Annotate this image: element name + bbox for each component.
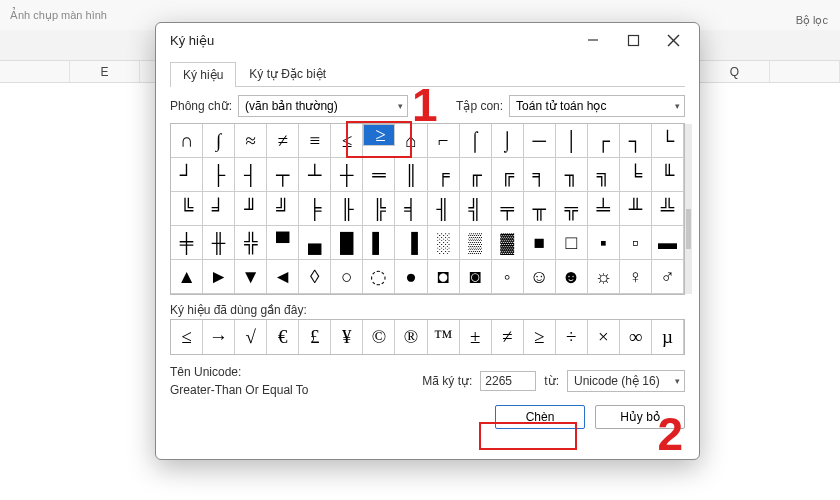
symbol-cell[interactable]: ► — [203, 260, 235, 294]
symbol-cell[interactable]: ├ — [203, 158, 235, 192]
grid-scrollbar[interactable] — [685, 124, 692, 294]
symbol-cell[interactable]: ☼ — [588, 260, 620, 294]
close-button[interactable] — [653, 26, 693, 54]
symbol-cell[interactable]: ╥ — [524, 192, 556, 226]
symbol-cell[interactable]: ╘ — [620, 158, 652, 192]
symbol-cell[interactable]: ▫ — [620, 226, 652, 260]
recent-symbol-cell[interactable]: ® — [395, 320, 427, 354]
symbol-cell[interactable]: ■ — [524, 226, 556, 260]
symbol-cell[interactable]: ╟ — [331, 192, 363, 226]
symbol-cell[interactable]: ╨ — [620, 192, 652, 226]
symbol-cell[interactable]: ╦ — [556, 192, 588, 226]
symbol-cell[interactable]: ╠ — [363, 192, 395, 226]
symbol-cell[interactable]: ⌐ — [428, 124, 460, 158]
symbol-cell[interactable]: ╚ — [171, 192, 203, 226]
recent-symbol-cell[interactable]: ± — [460, 320, 492, 354]
recent-symbol-cell[interactable]: → — [203, 320, 235, 354]
symbol-cell[interactable]: □ — [556, 226, 588, 260]
recent-symbol-cell[interactable]: ™ — [428, 320, 460, 354]
symbol-cell[interactable]: ◊ — [299, 260, 331, 294]
symbol-cell[interactable]: ▀ — [267, 226, 299, 260]
symbol-cell[interactable]: ╛ — [203, 192, 235, 226]
cancel-button[interactable]: Hủy bỏ — [595, 405, 685, 429]
font-select[interactable]: (văn bản thường) ▾ — [238, 95, 408, 117]
symbol-cell[interactable]: ○ — [331, 260, 363, 294]
symbol-cell[interactable]: ╜ — [235, 192, 267, 226]
symbol-cell[interactable]: ▒ — [460, 226, 492, 260]
symbol-cell[interactable]: ┐ — [620, 124, 652, 158]
symbol-cell[interactable]: ≈ — [235, 124, 267, 158]
symbol-cell[interactable]: ≥ — [363, 124, 395, 146]
symbol-cell[interactable]: ⌠ — [460, 124, 492, 158]
recent-symbol-cell[interactable]: ≥ — [524, 320, 556, 354]
tab-symbols[interactable]: Ký hiệu — [170, 62, 236, 87]
recent-symbol-cell[interactable]: µ — [652, 320, 684, 354]
symbol-cell[interactable]: ╙ — [652, 158, 684, 192]
recent-symbol-cell[interactable]: ≤ — [171, 320, 203, 354]
symbol-cell[interactable]: ▄ — [299, 226, 331, 260]
symbol-cell[interactable]: ╬ — [235, 226, 267, 260]
column-header[interactable]: E — [70, 61, 140, 82]
symbol-cell[interactable]: ╣ — [460, 192, 492, 226]
symbol-cell[interactable]: ≠ — [267, 124, 299, 158]
symbol-cell[interactable]: ▓ — [492, 226, 524, 260]
screenshot-btn[interactable]: Ảnh chụp màn hình — [10, 9, 107, 22]
symbol-cell[interactable]: ╗ — [588, 158, 620, 192]
symbol-cell[interactable]: ╔ — [492, 158, 524, 192]
symbol-cell[interactable]: ░ — [428, 226, 460, 260]
symbol-cell[interactable]: ◌ — [363, 260, 395, 294]
symbol-cell[interactable]: ╖ — [556, 158, 588, 192]
symbol-cell[interactable]: ⌂ — [395, 124, 427, 158]
symbol-cell[interactable]: ◙ — [460, 260, 492, 294]
symbol-cell[interactable]: ╓ — [460, 158, 492, 192]
recent-symbol-cell[interactable]: © — [363, 320, 395, 354]
column-header[interactable] — [0, 61, 70, 82]
column-header[interactable]: Q — [700, 61, 770, 82]
recent-symbol-cell[interactable]: × — [588, 320, 620, 354]
recent-symbol-cell[interactable]: ÷ — [556, 320, 588, 354]
symbol-cell[interactable]: ╧ — [588, 192, 620, 226]
symbol-cell[interactable]: ╡ — [395, 192, 427, 226]
symbol-cell[interactable]: ┼ — [331, 158, 363, 192]
symbol-cell[interactable]: ─ — [524, 124, 556, 158]
symbol-cell[interactable]: ╫ — [203, 226, 235, 260]
symbol-cell[interactable]: ╝ — [267, 192, 299, 226]
symbol-cell[interactable]: ☺ — [524, 260, 556, 294]
symbol-cell[interactable]: ≡ — [299, 124, 331, 158]
symbol-cell[interactable]: ▬ — [652, 226, 684, 260]
recent-symbol-cell[interactable]: € — [267, 320, 299, 354]
symbol-cell[interactable]: █ — [331, 226, 363, 260]
symbol-cell[interactable]: ▌ — [363, 226, 395, 260]
recent-symbol-cell[interactable]: ≠ — [492, 320, 524, 354]
symbol-cell[interactable]: ╢ — [428, 192, 460, 226]
symbol-cell[interactable]: ∫ — [203, 124, 235, 158]
symbol-cell[interactable]: ≤ — [331, 124, 363, 158]
symbol-cell[interactable]: ▪ — [588, 226, 620, 260]
symbol-cell[interactable]: ┬ — [267, 158, 299, 192]
recent-symbol-cell[interactable]: ∞ — [620, 320, 652, 354]
symbol-cell[interactable]: ║ — [395, 158, 427, 192]
symbol-cell[interactable]: ◘ — [428, 260, 460, 294]
symbol-cell[interactable]: ◄ — [267, 260, 299, 294]
symbol-cell[interactable]: ▼ — [235, 260, 267, 294]
from-select[interactable]: Unicode (hệ 16) ▾ — [567, 370, 685, 392]
subset-select[interactable]: Toán tử toán học ▾ — [509, 95, 685, 117]
symbol-cell[interactable]: ╪ — [171, 226, 203, 260]
symbol-cell[interactable]: ╒ — [428, 158, 460, 192]
symbol-cell[interactable]: │ — [556, 124, 588, 158]
symbol-cell[interactable]: ╞ — [299, 192, 331, 226]
symbol-cell[interactable]: ♀ — [620, 260, 652, 294]
symbol-cell[interactable]: ┤ — [235, 158, 267, 192]
symbol-cell[interactable]: ╩ — [652, 192, 684, 226]
column-header[interactable] — [770, 61, 840, 82]
symbol-cell[interactable]: ☻ — [556, 260, 588, 294]
tab-special-chars[interactable]: Ký tự Đặc biệt — [236, 61, 339, 86]
symbol-cell[interactable]: ◦ — [492, 260, 524, 294]
recent-symbol-cell[interactable]: ¥ — [331, 320, 363, 354]
symbol-cell[interactable]: └ — [652, 124, 684, 158]
symbol-cell[interactable]: ♂ — [652, 260, 684, 294]
char-code-input[interactable]: 2265 — [480, 371, 536, 391]
symbol-cell[interactable]: ⌡ — [492, 124, 524, 158]
symbol-cell[interactable]: ┌ — [588, 124, 620, 158]
symbol-cell[interactable]: ═ — [363, 158, 395, 192]
